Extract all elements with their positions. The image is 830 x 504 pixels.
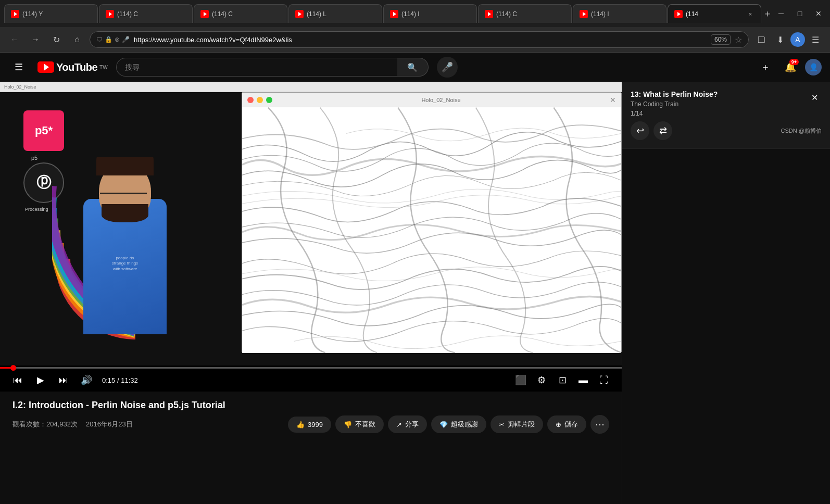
recommendation-playlist: 1/14 [631,110,822,117]
recommendation-close-button[interactable]: ✕ [807,90,822,105]
tab-title-2: (114) C [117,10,186,18]
noise-window-titlebar: Holo_02_Noise ✕ [242,93,621,107]
window-maximize-dot [266,97,272,103]
reload-button[interactable]: ↻ [48,31,65,48]
tab-title-8: (114 [686,10,743,18]
shield-icon: 🛡 [96,36,103,43]
window-minimize-dot [257,97,263,103]
dislike-icon: 👎 [344,421,352,429]
video-player[interactable]: p5* p5 ⓟ Processing [0,82,622,366]
like-button[interactable]: 👍 3999 [288,417,331,433]
browser-tab-5[interactable]: (114) I [383,4,477,23]
browser-chrome: (114) Y (114) C (114) C (114) L [0,0,830,53]
presenter-beard [102,204,148,222]
browser-tab-1[interactable]: (114) Y [4,4,98,23]
share-button[interactable]: ↗ 分享 [388,415,427,433]
video-controls-row: ⏮ ▶ ⏭ 🔊 0:15 / 11:32 ⬛ ⚙ ⊡ ▬ ⛶ [0,369,622,392]
user-avatar[interactable]: 👤 [805,59,822,75]
tab-title-6: (114) C [496,10,565,18]
minimize-button[interactable]: ─ [774,6,788,21]
clip-label: 剪輯片段 [508,420,535,429]
notifications-button[interactable]: 🔔 9+ [780,57,801,78]
browser-tab-7[interactable]: (114) I [573,4,666,23]
search-input[interactable] [116,58,397,77]
dislike-button[interactable]: 👎 不喜歡 [335,415,384,433]
video-title: I.2: Introduction - Perlin Noise and p5.… [12,400,609,411]
theater-button[interactable]: ▬ [574,371,593,389]
browser-tab-3[interactable]: (114) C [194,4,287,23]
video-info: I.2: Introduction - Perlin Noise and p5.… [0,392,622,442]
pocket-button[interactable]: ❑ [753,31,770,48]
tab-close-button[interactable]: × [746,10,754,18]
save-button[interactable]: ⊕ 儲存 [547,415,586,433]
notifications-badge: 9+ [789,59,799,65]
progress-track [0,367,622,369]
rec-shuffle-button[interactable]: ⇄ [653,121,672,140]
play-pause-button[interactable]: ▶ [31,371,50,389]
account-button[interactable]: A [790,32,805,47]
browser-tab-4[interactable]: (114) L [288,4,382,23]
share-label: 分享 [405,420,419,429]
current-time: 0:15 [102,376,115,384]
controls-right: ⬛ ⚙ ⊡ ▬ ⛶ [511,371,613,389]
recommendation-card: 13: What is Perlin Noise? The Coding Tra… [622,82,830,149]
security-icons: 🛡 🔒 ⊗ 🎤 [96,36,130,43]
video-progress-container[interactable] [0,366,622,369]
maximize-button[interactable]: □ [793,6,807,21]
mic-off-icon: 🎤 [122,36,130,43]
progress-fill [0,367,14,369]
close-window-button[interactable]: ✕ [811,6,826,21]
address-bar[interactable]: 🛡 🔒 ⊗ 🎤 https://www.youtube.com/watch?v=… [90,31,749,48]
previous-video-button[interactable]: ⏮ [8,371,27,389]
browser-tab-8-active[interactable]: (114 × [668,4,761,23]
browser-tab-6[interactable]: (114) C [478,4,572,23]
create-video-button[interactable]: ＋ [755,57,776,78]
toolbar-title: Holo_02_Noise [4,84,36,90]
sidebar-panel: 13: What is Perlin Noise? The Coding Tra… [622,82,830,504]
rec-replay-button[interactable]: ↩ [631,121,649,140]
tab-favicon-5 [390,10,398,18]
dislike-label: 不喜歡 [355,420,375,429]
next-video-button[interactable]: ⏭ [54,371,73,389]
miniplayer-button[interactable]: ⊡ [553,371,572,389]
recommendation-title: 13: What is Perlin Noise? [631,90,822,98]
bookmark-star-icon[interactable]: ☆ [735,35,742,45]
tab-favicon-3 [200,10,209,18]
tab-favicon-2 [106,10,114,18]
yt-hamburger-menu[interactable]: ☰ [8,57,29,78]
noise-window-close-btn[interactable]: ✕ [610,96,616,104]
noise-window-title: Holo_02_Noise [275,97,607,103]
presenter-hair [96,157,154,175]
browser-right-toolbar: ❑ ⬇ A ☰ [753,31,824,48]
zoom-level[interactable]: 60% [711,34,731,45]
yt-logo[interactable]: YouTube TW [37,61,108,73]
menu-button[interactable]: ☰ [807,31,824,48]
p5-logo-text: p5* [35,124,53,137]
browser-tab-2[interactable]: (114) C [99,4,193,23]
forward-button[interactable]: → [27,31,44,48]
subtitles-button[interactable]: ⬛ [511,371,530,389]
thanks-button[interactable]: 💎 超級感謝 [431,415,486,433]
video-content: p5* p5 ⓟ Processing [0,82,622,366]
tab-favicon-8 [674,10,683,18]
download-button[interactable]: ⬇ [772,31,788,48]
fullscreen-button[interactable]: ⛶ [595,371,613,389]
search-submit-button[interactable]: 🔍 [397,58,429,77]
address-bar-row: ← → ↻ ⌂ 🛡 🔒 ⊗ 🎤 https://www.youtube.com/… [0,27,830,52]
tracking-icon: ⊗ [115,36,120,43]
new-tab-button[interactable]: ＋ [762,5,773,22]
volume-button[interactable]: 🔊 [77,371,96,389]
settings-button[interactable]: ⚙ [532,371,551,389]
main-content: p5* p5 ⓟ Processing [0,82,830,504]
yt-logo-text: YouTube [56,61,97,73]
back-button[interactable]: ← [6,31,23,48]
tab-title-4: (114) L [307,10,375,18]
clip-button[interactable]: ✂ 剪輯片段 [491,415,543,433]
more-actions-button[interactable]: ⋯ [590,415,609,434]
time-display: 0:15 / 11:32 [102,376,138,384]
home-button[interactable]: ⌂ [69,31,85,48]
video-section: p5* p5 ⓟ Processing [0,82,622,504]
voice-search-button[interactable]: 🎤 [437,57,458,78]
csdn-badge: CSDN @賴博伯 [781,127,822,135]
tab-title-7: (114) I [591,10,660,18]
